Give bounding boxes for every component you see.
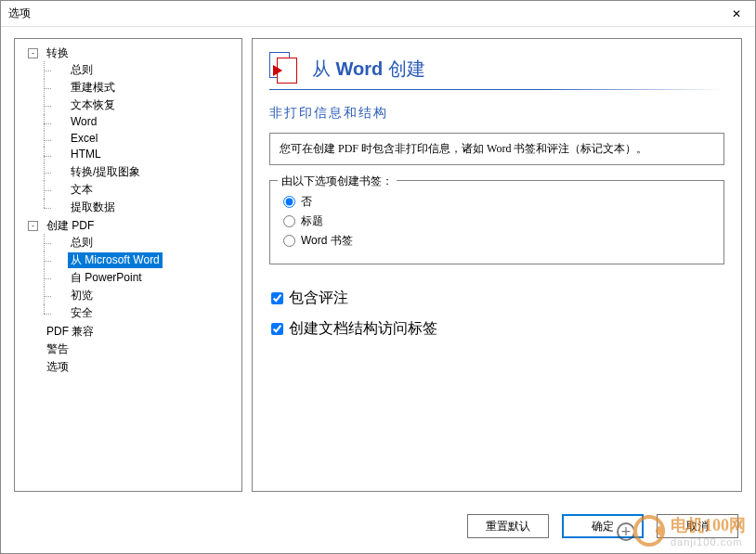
tree-item[interactable]: 选项 [44,359,72,375]
close-icon[interactable]: ✕ [725,7,748,20]
options-tree[interactable]: -转换总则重建模式文本恢复WordExcelHTML转换/提取图象文本提取数据-… [17,45,240,376]
cancel-button[interactable]: 取消 [657,514,738,538]
fieldset-legend: 由以下选项创建书签： [278,174,397,189]
radio-option[interactable]: 标题 [283,213,710,229]
tree-item[interactable]: 转换 [44,45,72,61]
checkbox-input[interactable] [271,323,283,335]
bookmark-fieldset: 由以下选项创建书签： 否标题Word 书签 [269,180,724,264]
heading-prefix: 从 [312,58,336,79]
radio-option[interactable]: 否 [283,194,710,210]
tree-item[interactable]: 文本恢复 [68,97,118,113]
section-title: 非打印信息和结构 [269,105,724,122]
radio-label: 否 [301,194,312,210]
checkbox-option[interactable]: 创建文档结构访问标签 [271,319,724,339]
tree-item[interactable]: 初览 [68,288,96,303]
checkbox-label: 创建文档结构访问标签 [289,319,437,339]
tree-item[interactable]: 警告 [44,341,72,357]
heading-bold: Word [336,58,384,79]
heading-divider [269,89,724,90]
page-heading: 从 Word 创建 [312,57,425,82]
tree-item[interactable]: 转换/提取图象 [68,164,143,180]
radio-label: 标题 [301,213,323,229]
tree-item[interactable]: 提取数据 [68,200,118,215]
tree-item[interactable]: 从 Microsoft Word [68,252,163,268]
titlebar: 选项 ✕ [1,1,755,27]
tree-item[interactable]: HTML [68,148,104,161]
tree-panel: -转换总则重建模式文本恢复WordExcelHTML转换/提取图象文本提取数据-… [14,38,242,492]
checkbox-input[interactable] [271,292,283,304]
radio-input[interactable] [283,235,295,247]
window-title: 选项 [8,6,31,21]
content-panel: 从 Word 创建 非打印信息和结构 您可在创建 PDF 时包含非打印信息，诸如… [252,38,742,492]
reset-defaults-button[interactable]: 重置默认 [467,514,549,538]
tree-item[interactable]: 自 PowerPoint [68,270,145,286]
radio-input[interactable] [283,215,295,227]
radio-input[interactable] [283,196,295,208]
tree-item[interactable]: Word [68,115,99,128]
create-from-word-icon [269,52,303,85]
radio-label: Word 书签 [301,233,353,249]
options-dialog: 选项 ✕ -转换总则重建模式文本恢复WordExcelHTML转换/提取图象文本… [0,0,756,554]
checkbox-option[interactable]: 包含评注 [271,289,724,308]
info-box: 您可在创建 PDF 时包含非打印信息，诸如 Word 书签和评注（标记文本）。 [269,133,724,165]
tree-item[interactable]: 总则 [68,235,96,251]
tree-expander-icon[interactable]: - [28,221,38,231]
tree-item[interactable]: 总则 [68,62,96,78]
radio-option[interactable]: Word 书签 [283,233,710,249]
tree-item[interactable]: 创建 PDF [44,218,97,234]
ok-button[interactable]: 确定 [562,514,644,538]
tree-item[interactable]: 重建模式 [68,80,118,96]
tree-item[interactable]: Excel [68,132,100,145]
tree-item[interactable]: 文本 [68,182,96,198]
tree-expander-icon[interactable]: - [28,48,38,58]
tree-item[interactable]: PDF 兼容 [44,324,97,340]
heading-suffix: 创建 [383,58,425,79]
checkbox-label: 包含评注 [289,289,348,308]
tree-item[interactable]: 安全 [68,305,96,321]
dialog-footer: 重置默认 确定 取消 [1,499,755,553]
